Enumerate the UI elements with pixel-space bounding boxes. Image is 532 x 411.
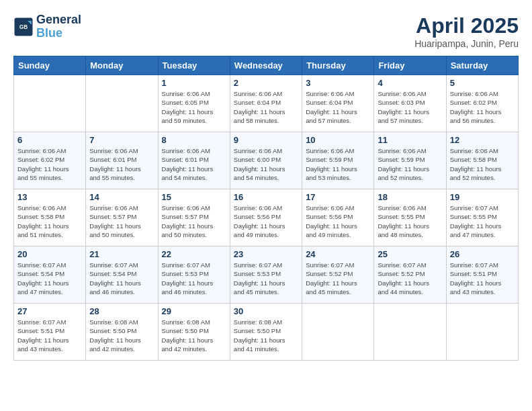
calendar-cell: 14Sunrise: 6:06 AM Sunset: 5:57 PM Dayli… xyxy=(86,189,158,246)
calendar-cell xyxy=(446,304,518,361)
calendar-cell: 8Sunrise: 6:06 AM Sunset: 6:01 PM Daylig… xyxy=(158,132,230,189)
day-number: 1 xyxy=(162,78,226,88)
calendar-week-5: 27Sunrise: 6:07 AM Sunset: 5:51 PM Dayli… xyxy=(14,304,519,361)
day-info: Sunrise: 6:06 AM Sunset: 6:02 PM Dayligh… xyxy=(17,146,82,182)
day-number: 26 xyxy=(450,249,515,259)
logo: GB General Blue xyxy=(13,13,81,40)
day-number: 2 xyxy=(234,78,298,88)
calendar-cell: 15Sunrise: 6:06 AM Sunset: 5:57 PM Dayli… xyxy=(158,189,230,246)
day-info: Sunrise: 6:06 AM Sunset: 6:01 PM Dayligh… xyxy=(89,146,154,182)
calendar-cell: 24Sunrise: 6:07 AM Sunset: 5:52 PM Dayli… xyxy=(302,246,374,304)
calendar-cell: 1Sunrise: 6:06 AM Sunset: 6:05 PM Daylig… xyxy=(158,75,230,132)
calendar-cell: 30Sunrise: 6:08 AM Sunset: 5:50 PM Dayli… xyxy=(230,304,302,361)
day-info: Sunrise: 6:07 AM Sunset: 5:52 PM Dayligh… xyxy=(306,261,370,296)
day-info: Sunrise: 6:07 AM Sunset: 5:55 PM Dayligh… xyxy=(450,203,515,239)
calendar-cell: 3Sunrise: 6:06 AM Sunset: 6:04 PM Daylig… xyxy=(302,75,374,132)
day-info: Sunrise: 6:08 AM Sunset: 5:50 PM Dayligh… xyxy=(162,318,226,353)
day-info: Sunrise: 6:08 AM Sunset: 5:50 PM Dayligh… xyxy=(234,318,298,353)
weekday-header-wednesday: Wednesday xyxy=(230,56,302,75)
day-number: 17 xyxy=(306,192,370,202)
day-number: 15 xyxy=(162,192,226,202)
calendar-cell: 5Sunrise: 6:06 AM Sunset: 6:02 PM Daylig… xyxy=(446,75,518,132)
calendar-cell: 9Sunrise: 6:06 AM Sunset: 6:00 PM Daylig… xyxy=(230,132,302,189)
weekday-header-saturday: Saturday xyxy=(446,56,518,75)
logo-icon: GB xyxy=(13,17,34,37)
day-info: Sunrise: 6:06 AM Sunset: 6:05 PM Dayligh… xyxy=(162,89,226,125)
day-info: Sunrise: 6:06 AM Sunset: 5:56 PM Dayligh… xyxy=(234,203,298,239)
day-info: Sunrise: 6:06 AM Sunset: 5:58 PM Dayligh… xyxy=(17,203,82,239)
day-number: 28 xyxy=(89,306,154,316)
calendar-cell: 2Sunrise: 6:06 AM Sunset: 6:04 PM Daylig… xyxy=(230,75,302,132)
day-info: Sunrise: 6:06 AM Sunset: 5:59 PM Dayligh… xyxy=(306,146,370,182)
calendar-week-2: 6Sunrise: 6:06 AM Sunset: 6:02 PM Daylig… xyxy=(14,132,519,189)
day-info: Sunrise: 6:07 AM Sunset: 5:53 PM Dayligh… xyxy=(162,261,226,296)
calendar-week-1: 1Sunrise: 6:06 AM Sunset: 6:05 PM Daylig… xyxy=(14,75,519,132)
calendar-cell: 26Sunrise: 6:07 AM Sunset: 5:51 PM Dayli… xyxy=(446,246,518,304)
weekday-header-sunday: Sunday xyxy=(14,56,86,75)
day-info: Sunrise: 6:06 AM Sunset: 5:58 PM Dayligh… xyxy=(450,146,515,182)
day-number: 10 xyxy=(306,135,370,145)
day-info: Sunrise: 6:06 AM Sunset: 6:01 PM Dayligh… xyxy=(162,146,226,182)
month-year: April 2025 xyxy=(414,13,519,38)
weekday-header-monday: Monday xyxy=(86,56,158,75)
calendar-cell: 10Sunrise: 6:06 AM Sunset: 5:59 PM Dayli… xyxy=(302,132,374,189)
day-number: 8 xyxy=(162,135,226,145)
day-number: 30 xyxy=(234,306,298,316)
day-number: 20 xyxy=(17,249,82,259)
calendar-cell: 27Sunrise: 6:07 AM Sunset: 5:51 PM Dayli… xyxy=(14,304,86,361)
day-number: 5 xyxy=(450,78,515,88)
day-number: 16 xyxy=(234,192,298,202)
calendar-cell: 23Sunrise: 6:07 AM Sunset: 5:53 PM Dayli… xyxy=(230,246,302,304)
calendar-cell: 22Sunrise: 6:07 AM Sunset: 5:53 PM Dayli… xyxy=(158,246,230,304)
day-info: Sunrise: 6:07 AM Sunset: 5:53 PM Dayligh… xyxy=(234,261,298,296)
day-info: Sunrise: 6:06 AM Sunset: 6:00 PM Dayligh… xyxy=(234,146,298,182)
day-info: Sunrise: 6:06 AM Sunset: 6:03 PM Dayligh… xyxy=(378,89,442,125)
day-info: Sunrise: 6:06 AM Sunset: 6:02 PM Dayligh… xyxy=(450,89,515,125)
day-number: 21 xyxy=(89,249,154,259)
calendar-cell: 18Sunrise: 6:06 AM Sunset: 5:55 PM Dayli… xyxy=(374,189,446,246)
day-info: Sunrise: 6:06 AM Sunset: 5:56 PM Dayligh… xyxy=(306,203,370,239)
day-number: 22 xyxy=(162,249,226,259)
logo-line2: Blue xyxy=(36,26,62,40)
day-info: Sunrise: 6:06 AM Sunset: 5:57 PM Dayligh… xyxy=(162,203,226,239)
day-info: Sunrise: 6:07 AM Sunset: 5:51 PM Dayligh… xyxy=(450,261,515,296)
calendar-cell: 17Sunrise: 6:06 AM Sunset: 5:56 PM Dayli… xyxy=(302,189,374,246)
day-number: 11 xyxy=(378,135,442,145)
calendar-week-4: 20Sunrise: 6:07 AM Sunset: 5:54 PM Dayli… xyxy=(14,246,519,304)
calendar-cell: 28Sunrise: 6:08 AM Sunset: 5:50 PM Dayli… xyxy=(86,304,158,361)
day-info: Sunrise: 6:06 AM Sunset: 6:04 PM Dayligh… xyxy=(306,89,370,125)
calendar-cell xyxy=(86,75,158,132)
calendar-cell: 13Sunrise: 6:06 AM Sunset: 5:58 PM Dayli… xyxy=(14,189,86,246)
day-number: 6 xyxy=(17,135,82,145)
day-info: Sunrise: 6:06 AM Sunset: 5:57 PM Dayligh… xyxy=(89,203,154,239)
day-number: 3 xyxy=(306,78,370,88)
day-info: Sunrise: 6:07 AM Sunset: 5:51 PM Dayligh… xyxy=(17,318,82,353)
calendar-cell: 11Sunrise: 6:06 AM Sunset: 5:59 PM Dayli… xyxy=(374,132,446,189)
day-number: 18 xyxy=(378,192,442,202)
day-info: Sunrise: 6:06 AM Sunset: 6:04 PM Dayligh… xyxy=(234,89,298,125)
day-number: 23 xyxy=(234,249,298,259)
day-number: 7 xyxy=(89,135,154,145)
weekday-header-friday: Friday xyxy=(374,56,446,75)
calendar-cell xyxy=(374,304,446,361)
location: Huaripampa, Junin, Peru xyxy=(414,38,519,49)
calendar-cell: 25Sunrise: 6:07 AM Sunset: 5:52 PM Dayli… xyxy=(374,246,446,304)
day-number: 9 xyxy=(234,135,298,145)
day-info: Sunrise: 6:06 AM Sunset: 5:59 PM Dayligh… xyxy=(378,146,442,182)
calendar-cell: 21Sunrise: 6:07 AM Sunset: 5:54 PM Dayli… xyxy=(86,246,158,304)
day-number: 29 xyxy=(162,306,226,316)
day-number: 4 xyxy=(378,78,442,88)
calendar-cell: 7Sunrise: 6:06 AM Sunset: 6:01 PM Daylig… xyxy=(86,132,158,189)
weekday-header-row: SundayMondayTuesdayWednesdayThursdayFrid… xyxy=(14,56,519,75)
calendar-cell: 6Sunrise: 6:06 AM Sunset: 6:02 PM Daylig… xyxy=(14,132,86,189)
day-info: Sunrise: 6:07 AM Sunset: 5:52 PM Dayligh… xyxy=(378,261,442,296)
weekday-header-thursday: Thursday xyxy=(302,56,374,75)
day-info: Sunrise: 6:07 AM Sunset: 5:54 PM Dayligh… xyxy=(89,261,154,296)
calendar-cell: 4Sunrise: 6:06 AM Sunset: 6:03 PM Daylig… xyxy=(374,75,446,132)
calendar-cell: 20Sunrise: 6:07 AM Sunset: 5:54 PM Dayli… xyxy=(14,246,86,304)
calendar-cell xyxy=(14,75,86,132)
day-number: 25 xyxy=(378,249,442,259)
day-number: 13 xyxy=(17,192,82,202)
day-number: 14 xyxy=(89,192,154,202)
svg-text:GB: GB xyxy=(19,24,28,30)
